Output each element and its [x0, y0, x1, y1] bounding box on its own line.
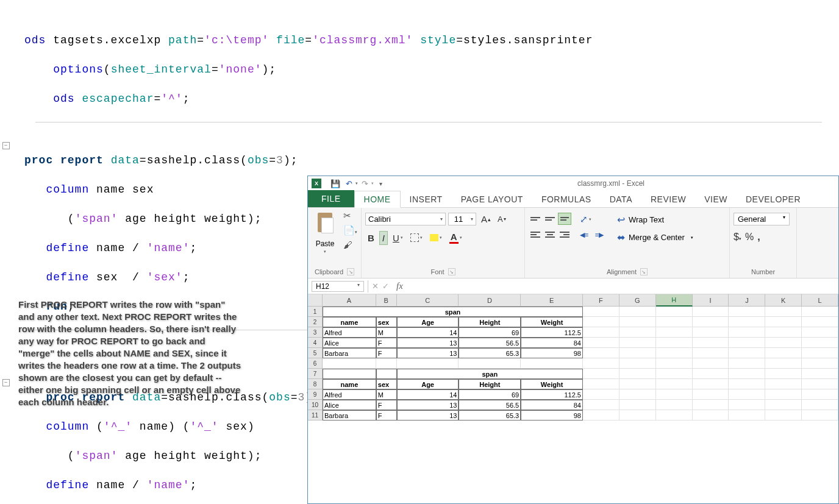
- cell[interactable]: 84: [521, 338, 583, 348]
- cell[interactable]: 13: [397, 410, 459, 421]
- col-header[interactable]: E: [521, 294, 583, 307]
- number-format-combo[interactable]: General▾: [734, 213, 790, 225]
- alignment-launcher[interactable]: ↘: [640, 268, 648, 275]
- cell[interactable]: 13: [397, 400, 459, 410]
- row-header[interactable]: 4: [308, 338, 323, 348]
- tab-view[interactable]: VIEW: [695, 191, 737, 207]
- cell[interactable]: Height: [459, 379, 521, 389]
- cell[interactable]: 112.5: [521, 327, 583, 338]
- cell[interactable]: sex: [376, 317, 397, 327]
- cell[interactable]: F: [376, 338, 397, 348]
- cell[interactable]: Age: [397, 317, 459, 327]
- cell[interactable]: name: [323, 379, 376, 389]
- redo-icon[interactable]: ↷: [358, 177, 371, 190]
- enter-formula-icon[interactable]: ✓: [382, 282, 389, 291]
- align-left-icon[interactable]: [529, 229, 542, 241]
- font-color-button[interactable]: A▾: [447, 230, 465, 245]
- font-name-combo[interactable]: Calibri▾: [365, 213, 446, 225]
- row-header[interactable]: 6: [308, 358, 323, 369]
- cell[interactable]: Barbara: [323, 410, 376, 421]
- align-center-icon[interactable]: [543, 229, 557, 241]
- align-right-icon[interactable]: [558, 229, 571, 241]
- cell[interactable]: F: [376, 348, 397, 358]
- cell[interactable]: Alice: [323, 400, 376, 410]
- wrap-text-button[interactable]: ↩Wrap Text: [613, 213, 697, 227]
- cell[interactable]: 13: [397, 348, 459, 358]
- fx-icon[interactable]: fx: [393, 281, 403, 291]
- tab-formulas[interactable]: FORMULAS: [532, 191, 601, 207]
- cell[interactable]: span: [323, 307, 583, 317]
- cell[interactable]: span: [397, 369, 583, 379]
- row-header[interactable]: 8: [308, 379, 323, 389]
- cell[interactable]: Alice: [323, 338, 376, 348]
- font-size-combo[interactable]: 11▾: [448, 213, 476, 225]
- tab-insert[interactable]: INSERT: [401, 191, 452, 207]
- cell[interactable]: 56.5: [459, 400, 521, 410]
- border-button[interactable]: ▾: [408, 232, 425, 243]
- cell[interactable]: 98: [521, 348, 583, 358]
- tab-review[interactable]: REVIEW: [641, 191, 695, 207]
- cell[interactable]: Alfred: [323, 389, 376, 400]
- merge-center-button[interactable]: ⬌Merge & Center▾: [613, 230, 697, 244]
- col-header[interactable]: A: [323, 294, 376, 307]
- tab-developer[interactable]: DEVELOPER: [737, 191, 810, 207]
- cell[interactable]: 112.5: [521, 389, 583, 400]
- cell[interactable]: M: [376, 327, 397, 338]
- row-header[interactable]: 11: [308, 410, 323, 421]
- underline-button[interactable]: U▾: [390, 232, 405, 244]
- clipboard-launcher[interactable]: ↘: [347, 268, 354, 275]
- cell[interactable]: 14: [397, 389, 459, 400]
- tab-data[interactable]: DATA: [601, 191, 641, 207]
- worksheet[interactable]: A B C D E F G H I J K L 1 span 2 name se…: [308, 294, 838, 421]
- cell[interactable]: 69: [459, 389, 521, 400]
- cell[interactable]: Barbara: [323, 348, 376, 358]
- cell[interactable]: 65.3: [459, 348, 521, 358]
- shrink-font-icon[interactable]: A▾: [495, 213, 508, 225]
- cell[interactable]: 98: [521, 410, 583, 421]
- fold-toggle[interactable]: −: [2, 142, 10, 149]
- fill-color-button[interactable]: ▾: [427, 233, 444, 243]
- col-header[interactable]: I: [693, 294, 729, 307]
- cell[interactable]: 84: [521, 400, 583, 410]
- qat-customize-icon[interactable]: ▾: [374, 177, 387, 190]
- cell[interactable]: Age: [397, 379, 459, 389]
- col-header[interactable]: F: [583, 294, 619, 307]
- cancel-formula-icon[interactable]: ✕: [372, 282, 379, 291]
- font-launcher[interactable]: ↘: [448, 268, 455, 275]
- align-middle-icon[interactable]: [543, 213, 557, 225]
- undo-icon[interactable]: ↶: [342, 177, 355, 190]
- row-header[interactable]: 1: [308, 307, 323, 317]
- cell[interactable]: 69: [459, 327, 521, 338]
- cell[interactable]: F: [376, 410, 397, 421]
- cell[interactable]: Alfred: [323, 327, 376, 338]
- row-header[interactable]: 5: [308, 348, 323, 358]
- paste-button[interactable]: Paste ▾: [312, 210, 338, 255]
- align-top-icon[interactable]: [529, 213, 542, 225]
- col-header[interactable]: G: [619, 294, 656, 307]
- grow-font-icon[interactable]: A▴: [479, 213, 493, 225]
- cell[interactable]: Height: [459, 317, 521, 327]
- cell[interactable]: name: [323, 317, 376, 327]
- align-bottom-icon[interactable]: [558, 213, 571, 225]
- col-header[interactable]: H: [656, 294, 693, 307]
- bold-button[interactable]: B: [365, 232, 377, 244]
- col-header[interactable]: C: [397, 294, 459, 307]
- save-icon[interactable]: 💾: [329, 177, 342, 190]
- row-header[interactable]: 9: [308, 389, 323, 400]
- increase-indent-icon[interactable]: ≡▶: [593, 229, 606, 241]
- row-header[interactable]: 2: [308, 317, 323, 327]
- row-header[interactable]: 10: [308, 400, 323, 410]
- tab-home[interactable]: HOME: [354, 191, 401, 208]
- cell[interactable]: M: [376, 389, 397, 400]
- fold-toggle[interactable]: −: [2, 379, 10, 386]
- col-header[interactable]: J: [729, 294, 765, 307]
- row-header[interactable]: 3: [308, 327, 323, 338]
- orientation-icon[interactable]: ⤢▾: [577, 213, 606, 226]
- tab-file[interactable]: FILE: [308, 190, 354, 207]
- name-box[interactable]: H12▾: [312, 281, 364, 292]
- cell[interactable]: sex: [376, 379, 397, 389]
- row-header[interactable]: 7: [308, 369, 323, 379]
- currency-icon[interactable]: $▾: [734, 232, 741, 243]
- cell[interactable]: 65.3: [459, 410, 521, 421]
- cell[interactable]: Weight: [521, 379, 583, 389]
